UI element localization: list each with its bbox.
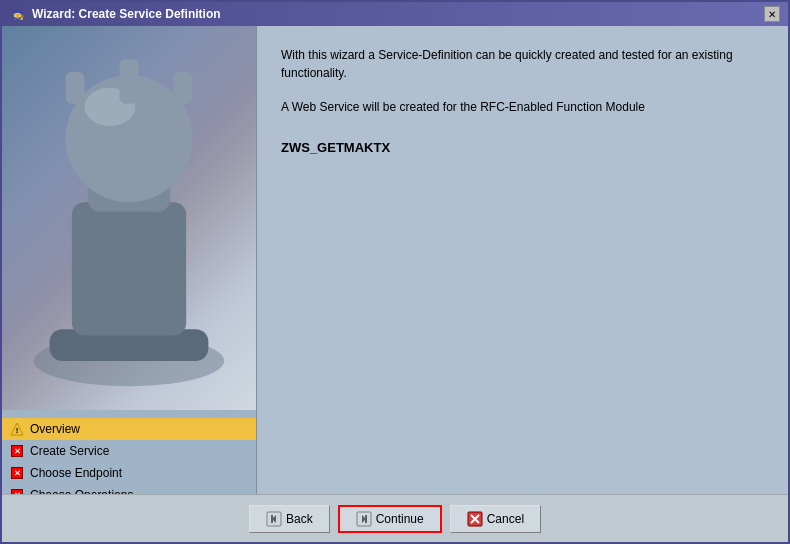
- back-icon: [266, 511, 282, 527]
- continue-label: Continue: [376, 512, 424, 526]
- wizard-icon: 🧙: [10, 6, 26, 22]
- continue-button[interactable]: Continue: [338, 505, 442, 533]
- description-text-2: A Web Service will be created for the RF…: [281, 98, 764, 116]
- warning-icon: !: [10, 422, 24, 436]
- svg-rect-6: [66, 72, 85, 104]
- svg-rect-13: [271, 515, 273, 523]
- function-name: ZWS_GETMAKTX: [281, 140, 764, 155]
- sidebar-item-choose-operations[interactable]: ✕ Choose Operations: [2, 484, 256, 494]
- wizard-window: 🧙 Wizard: Create Service Definition ✕: [0, 0, 790, 544]
- title-bar: 🧙 Wizard: Create Service Definition ✕: [2, 2, 788, 26]
- svg-text:!: !: [16, 426, 19, 435]
- decorative-image: [2, 26, 256, 410]
- sidebar-item-label-operations: Choose Operations: [30, 488, 248, 494]
- svg-rect-8: [173, 72, 192, 104]
- sidebar-item-overview[interactable]: ! Overview: [2, 418, 256, 440]
- back-label: Back: [286, 512, 313, 526]
- bottom-bar: Back Continue Cancel: [2, 494, 788, 542]
- sidebar-item-label-create: Create Service: [30, 444, 248, 458]
- svg-rect-7: [119, 59, 138, 103]
- sidebar-item-label-endpoint: Choose Endpoint: [30, 466, 248, 480]
- back-button[interactable]: Back: [249, 505, 330, 533]
- main-content: ! Overview ✕ Create Service ✕ Choose End: [2, 26, 788, 494]
- error-icon-endpoint: ✕: [10, 466, 24, 480]
- svg-rect-16: [365, 515, 367, 523]
- chess-piece-svg: [2, 26, 256, 410]
- sidebar-item-choose-endpoint[interactable]: ✕ Choose Endpoint: [2, 462, 256, 484]
- close-button[interactable]: ✕: [764, 6, 780, 22]
- cancel-button[interactable]: Cancel: [450, 505, 541, 533]
- error-icon-create: ✕: [10, 444, 24, 458]
- description-text-1: With this wizard a Service-Definition ca…: [281, 46, 764, 82]
- continue-icon: [356, 511, 372, 527]
- left-panel: ! Overview ✕ Create Service ✕ Choose End: [2, 26, 257, 494]
- sidebar-item-label-overview: Overview: [30, 422, 248, 436]
- svg-rect-2: [72, 202, 186, 335]
- error-icon-operations: ✕: [10, 488, 24, 494]
- cancel-label: Cancel: [487, 512, 524, 526]
- sidebar-item-create-service[interactable]: ✕ Create Service: [2, 440, 256, 462]
- navigation-list: ! Overview ✕ Create Service ✕ Choose End: [2, 410, 256, 494]
- right-panel: With this wizard a Service-Definition ca…: [257, 26, 788, 494]
- cancel-icon: [467, 511, 483, 527]
- window-title: Wizard: Create Service Definition: [32, 7, 221, 21]
